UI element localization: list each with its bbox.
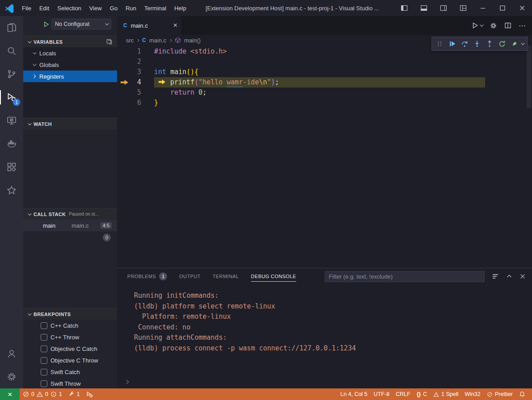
formatter-indicator[interactable]: Prettier xyxy=(484,388,516,400)
variables-section-header[interactable]: VARIABLES xyxy=(23,36,117,47)
variables-item-registers[interactable]: Registers xyxy=(23,71,117,82)
open-panel-layout-icon[interactable] xyxy=(106,38,113,45)
glyph-margin[interactable] xyxy=(117,88,132,98)
code-line-4[interactable]: 4printf("hello wamr-ide\n"); xyxy=(117,77,532,88)
explorer-icon[interactable] xyxy=(0,16,23,39)
panel-tab-problems[interactable]: PROBLEMS1 xyxy=(127,268,167,284)
minimize-button[interactable] xyxy=(473,0,493,16)
cursor-position[interactable]: Ln 4, Col 5 xyxy=(337,388,370,400)
close-panel-icon[interactable] xyxy=(519,273,526,279)
settings-gear-icon[interactable] xyxy=(0,365,23,388)
toggle-primary-sidebar-button[interactable] xyxy=(394,0,414,16)
more-actions-icon[interactable]: ⋯ xyxy=(519,21,526,30)
breakpoint-checkbox[interactable] xyxy=(41,380,47,387)
glyph-margin[interactable] xyxy=(117,98,132,108)
glyph-margin[interactable] xyxy=(117,77,132,88)
language-indicator[interactable]: {} C xyxy=(414,388,430,400)
breakpoint-item-c-catch[interactable]: C++ Catch xyxy=(23,320,117,331)
remote-explorer-icon[interactable] xyxy=(0,109,23,132)
menu-help[interactable]: Help xyxy=(170,0,190,16)
breadcrumb-file[interactable]: main.c xyxy=(149,37,166,44)
variables-item-globals[interactable]: Globals xyxy=(23,59,117,71)
spell-status[interactable]: 1 Spell xyxy=(430,388,461,400)
glyph-margin[interactable] xyxy=(117,46,132,57)
close-tab-icon[interactable]: × xyxy=(173,22,177,29)
breakpoint-item-swift-catch[interactable]: Swift Catch xyxy=(23,366,117,378)
glyph-margin[interactable] xyxy=(117,67,132,77)
run-or-debug-button[interactable] xyxy=(472,22,482,29)
menu-run[interactable]: Run xyxy=(121,0,140,16)
panel-tab-debug-console[interactable]: DEBUG CONSOLE xyxy=(251,268,296,284)
breakpoint-checkbox[interactable] xyxy=(41,346,47,352)
source-control-icon[interactable] xyxy=(0,62,23,86)
code-line-3[interactable]: 3int main(){ xyxy=(117,67,532,77)
maximize-button[interactable] xyxy=(493,0,512,16)
menu-go[interactable]: Go xyxy=(106,0,121,16)
menu-file[interactable]: File xyxy=(18,0,35,16)
debug-config-dropdown[interactable]: No Configurat xyxy=(51,19,111,29)
breakpoint-item-c-throw[interactable]: C++ Throw xyxy=(23,331,117,343)
close-button[interactable] xyxy=(512,0,532,16)
customize-layout-button[interactable] xyxy=(453,0,473,16)
console-output[interactable]: Running initCommands:(lldb) platform sel… xyxy=(117,284,532,354)
problems-status[interactable]: 0 0 1 xyxy=(20,388,65,400)
editor-scrollbar[interactable] xyxy=(527,46,531,108)
run-and-debug-icon[interactable]: 1 xyxy=(0,86,23,109)
console-prompt-icon[interactable] xyxy=(125,378,128,385)
extensions-icon[interactable] xyxy=(0,155,23,179)
menu-selection[interactable]: Selection xyxy=(53,0,85,16)
menu-terminal[interactable]: Terminal xyxy=(140,0,170,16)
continue-button[interactable] xyxy=(446,38,458,50)
breakpoint-checkbox[interactable] xyxy=(41,369,47,375)
eol-indicator[interactable]: CRLF xyxy=(393,388,414,400)
breadcrumb-folder[interactable]: src xyxy=(126,37,134,44)
encoding-indicator[interactable]: UTF-8 xyxy=(371,388,393,400)
code-line-6[interactable]: 6} xyxy=(117,98,532,108)
platform-indicator[interactable]: Win32 xyxy=(461,388,483,400)
console-options-icon[interactable] xyxy=(492,273,499,280)
split-editor-icon[interactable] xyxy=(504,22,511,29)
remote-indicator[interactable] xyxy=(0,388,20,400)
code-line-5[interactable]: 5 return 0; xyxy=(117,88,532,98)
start-debugging-icon[interactable] xyxy=(43,21,50,28)
glyph-margin[interactable] xyxy=(117,57,132,67)
tab-main-c[interactable]: C main.c × xyxy=(117,16,182,35)
breakpoint-item-objective-c-catch[interactable]: Objective C Catch xyxy=(23,343,117,354)
debug-session-dropdown-chevron[interactable] xyxy=(521,42,526,45)
step-out-button[interactable] xyxy=(483,38,496,50)
console-filter-input[interactable] xyxy=(325,271,485,282)
notifications-bell-icon[interactable] xyxy=(516,388,528,400)
breadcrumb-symbol[interactable]: main() xyxy=(184,37,201,44)
restart-button[interactable] xyxy=(496,38,508,50)
panel-tab-output[interactable]: OUTPUT xyxy=(179,268,201,284)
breakpoint-checkbox[interactable] xyxy=(41,357,47,364)
panel-tab-terminal[interactable]: TERMINAL xyxy=(213,268,239,284)
toolbar-drag-grip[interactable] xyxy=(433,38,446,50)
step-into-button[interactable] xyxy=(471,38,483,50)
search-icon[interactable] xyxy=(0,39,23,62)
maximize-panel-icon[interactable] xyxy=(506,273,512,279)
toolchain-status[interactable]: 1 xyxy=(65,388,83,400)
disconnect-button[interactable] xyxy=(508,38,521,50)
breakpoint-checkbox[interactable] xyxy=(41,322,47,329)
toggle-panel-button[interactable] xyxy=(414,0,434,16)
accounts-icon[interactable] xyxy=(0,342,23,365)
breakpoint-checkbox[interactable] xyxy=(41,334,47,341)
breakpoint-item-swift-throw[interactable]: Swift Throw xyxy=(23,378,117,388)
callstack-section-header[interactable]: CALL STACK Paused on st... xyxy=(23,208,117,220)
breakpoints-section-header[interactable]: BREAKPOINTS xyxy=(23,308,117,320)
docker-icon[interactable] xyxy=(0,132,23,155)
breakpoint-item-objective-c-throw[interactable]: Objective C Throw xyxy=(23,354,117,366)
code-line-2[interactable]: 2 xyxy=(117,57,532,67)
callstack-frame-row[interactable]: main main.c 4:5 xyxy=(23,220,117,231)
step-over-button[interactable] xyxy=(458,38,471,50)
star-icon[interactable] xyxy=(0,179,23,202)
debug-status-icon[interactable] xyxy=(83,388,96,400)
configure-gear-icon[interactable] xyxy=(490,22,497,29)
variables-item-locals[interactable]: Locals xyxy=(23,47,117,59)
toggle-secondary-sidebar-button[interactable] xyxy=(434,0,453,16)
watch-section-header[interactable]: WATCH xyxy=(23,118,117,129)
editor[interactable]: 1#include <stdio.h>23int main(){4printf(… xyxy=(117,46,532,268)
menu-edit[interactable]: Edit xyxy=(35,0,53,16)
menu-view[interactable]: View xyxy=(85,0,106,16)
